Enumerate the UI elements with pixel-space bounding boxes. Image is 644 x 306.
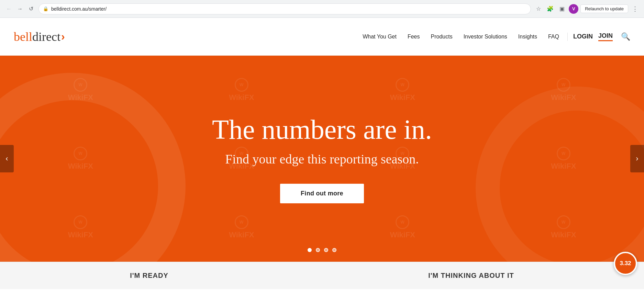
carousel-dot-3[interactable] bbox=[324, 248, 328, 252]
hero-content: The numbers are in. Find your edge this … bbox=[212, 114, 432, 203]
address-bar[interactable]: 🔒 belldirect.com.au/smarter/ bbox=[38, 3, 531, 14]
nav-item-investor-solutions[interactable]: Investor Solutions bbox=[464, 34, 507, 40]
wikifx-circle: W bbox=[557, 78, 570, 92]
wikifx-circle: W bbox=[74, 78, 87, 92]
nav-item-insights[interactable]: Insights bbox=[518, 34, 537, 40]
nav-item-fees[interactable]: Fees bbox=[408, 34, 420, 40]
chevron-right-icon: › bbox=[636, 154, 638, 163]
wikifx-circle: W bbox=[74, 215, 87, 229]
nav-divider bbox=[567, 33, 568, 41]
hero-subheadline: Find your edge this reporting season. bbox=[212, 151, 432, 167]
logo-chevron-icon: › bbox=[61, 30, 65, 43]
join-button[interactable]: JOIN bbox=[598, 32, 613, 41]
login-button[interactable]: LOGIN bbox=[573, 33, 593, 40]
wikifx-item: W WikiFX bbox=[322, 193, 483, 262]
nav-item-faq[interactable]: FAQ bbox=[548, 34, 559, 40]
carousel-dot-1[interactable] bbox=[308, 248, 312, 252]
main-nav: What You Get Fees Products Investor Solu… bbox=[363, 34, 559, 40]
wikifx-circle: W bbox=[235, 78, 248, 92]
carousel-dots bbox=[308, 248, 336, 252]
sidebar-button[interactable]: ▣ bbox=[557, 4, 567, 14]
extensions-button[interactable]: 🧩 bbox=[545, 4, 555, 14]
wikifx-circle: W bbox=[74, 147, 87, 160]
auth-buttons: LOGIN JOIN 🔍 bbox=[567, 32, 630, 41]
wikifx-item: W WikiFX bbox=[0, 193, 161, 262]
logo-bell: bell bbox=[14, 30, 32, 44]
secure-icon: 🔒 bbox=[43, 6, 48, 11]
site-header: bell direct › What You Get Fees Products… bbox=[0, 18, 644, 56]
wikifx-item: W WikiFX bbox=[483, 124, 644, 193]
wikifx-circle: W bbox=[396, 78, 409, 92]
browser-actions: ☆ 🧩 ▣ V Relaunch to update ⋮ bbox=[534, 4, 640, 14]
wikifx-item: W WikiFX bbox=[0, 124, 161, 193]
forward-button[interactable]: → bbox=[15, 4, 25, 14]
rating-badge[interactable]: 3.32 bbox=[614, 252, 637, 275]
search-icon: 🔍 bbox=[621, 32, 630, 41]
wikifx-circle: W bbox=[557, 147, 570, 160]
chevron-left-icon: ‹ bbox=[5, 154, 8, 163]
menu-button[interactable]: ⋮ bbox=[630, 4, 640, 14]
profile-button[interactable]: V bbox=[569, 4, 578, 14]
wikifx-item: W WikiFX bbox=[161, 193, 322, 262]
search-button[interactable]: 🔍 bbox=[621, 32, 630, 41]
browser-nav-buttons: ← → ↺ bbox=[4, 4, 36, 14]
nav-menu: What You Get Fees Products Investor Solu… bbox=[363, 34, 559, 40]
wikifx-item: W WikiFX bbox=[483, 56, 644, 124]
carousel-dot-4[interactable] bbox=[332, 248, 336, 252]
wikifx-item: W WikiFX bbox=[483, 193, 644, 262]
hero-headline: The numbers are in. bbox=[212, 114, 432, 145]
browser-chrome: ← → ↺ 🔒 belldirect.com.au/smarter/ ☆ 🧩 ▣… bbox=[0, 0, 644, 18]
bookmark-button[interactable]: ☆ bbox=[534, 4, 543, 14]
carousel-prev-button[interactable]: ‹ bbox=[0, 145, 14, 172]
wikifx-circle: W bbox=[396, 215, 409, 229]
carousel-dot-2[interactable] bbox=[316, 248, 320, 252]
logo-link[interactable]: bell direct › bbox=[14, 30, 65, 44]
wikifx-circle: W bbox=[235, 215, 248, 229]
carousel-next-button[interactable]: › bbox=[630, 145, 644, 172]
nav-item-what-you-get[interactable]: What You Get bbox=[363, 34, 397, 40]
bottom-strip: I'M READY I'M THINKING ABOUT IT bbox=[0, 262, 644, 289]
bottom-strip-ready: I'M READY bbox=[130, 272, 168, 280]
wikifx-item: W WikiFX bbox=[0, 56, 161, 124]
hero-section: W WikiFX W WikiFX W WikiFX W WikiFX W Wi… bbox=[0, 56, 644, 262]
rating-value: 3.32 bbox=[620, 260, 631, 267]
wikifx-circle: W bbox=[557, 215, 570, 229]
bottom-strip-thinking: I'M THINKING ABOUT IT bbox=[428, 272, 514, 280]
back-button[interactable]: ← bbox=[4, 4, 14, 14]
url-display: belldirect.com.au/smarter/ bbox=[51, 6, 526, 12]
reload-button[interactable]: ↺ bbox=[26, 4, 36, 14]
logo-direct: direct bbox=[32, 30, 60, 44]
relaunch-button[interactable]: Relaunch to update bbox=[580, 4, 628, 13]
nav-item-products[interactable]: Products bbox=[431, 34, 453, 40]
find-out-more-button[interactable]: Find out more bbox=[280, 184, 364, 203]
